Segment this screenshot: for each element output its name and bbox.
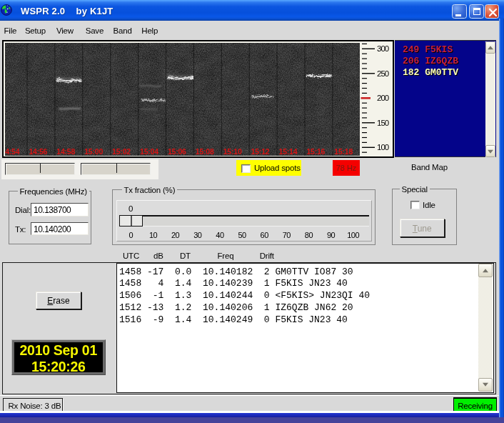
svg-text:15:10: 15:10 [223, 147, 241, 156]
svg-text:15:04: 15:04 [140, 147, 158, 156]
svg-text:15:16: 15:16 [306, 147, 325, 156]
svg-text:15:14: 15:14 [278, 147, 297, 156]
svg-text:100: 100 [377, 143, 389, 151]
svg-text:15:02: 15:02 [112, 147, 131, 156]
svg-text:300: 300 [377, 44, 389, 53]
svg-text:14:58: 14:58 [56, 147, 75, 156]
svg-text:15:08: 15:08 [195, 147, 213, 156]
svg-text:14:54: 14:54 [5, 147, 20, 156]
svg-text:15:18: 15:18 [334, 147, 353, 156]
svg-text:200: 200 [377, 94, 389, 102]
svg-text:15:06: 15:06 [167, 147, 186, 156]
svg-text:250: 250 [377, 69, 389, 78]
svg-text:15:00: 15:00 [84, 147, 103, 156]
svg-text:15:12: 15:12 [251, 147, 269, 156]
svg-text:14:56: 14:56 [29, 147, 47, 156]
svg-text:150: 150 [377, 119, 389, 127]
